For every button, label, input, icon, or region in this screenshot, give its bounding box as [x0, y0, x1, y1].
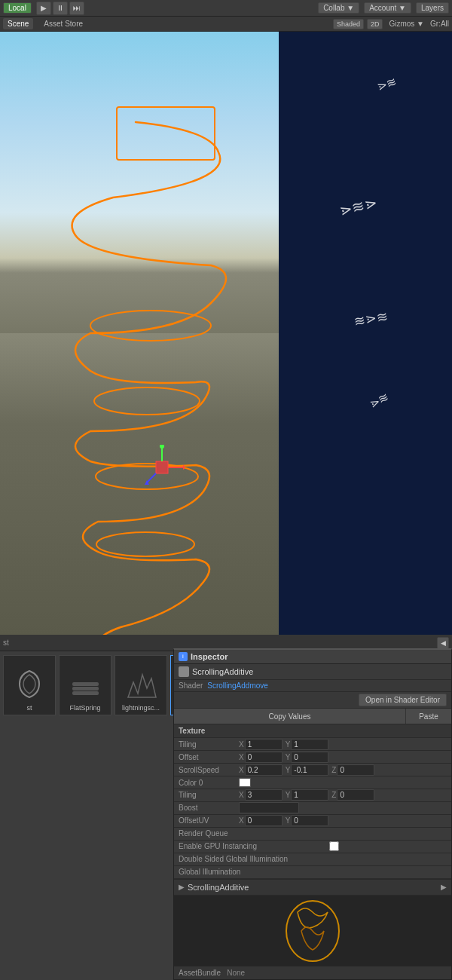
shader-value[interactable]: ScrollingAddmove	[207, 681, 268, 690]
scrolling-additive-section: ▶ ScrollingAdditive ▶	[174, 879, 451, 896]
asset-thumb-1[interactable]: FlatSpring	[59, 655, 111, 715]
asset-thumb-label-2: lightningsc...	[115, 704, 166, 712]
preview-area	[174, 896, 451, 966]
offset-uv-row: OffsetUV X Y	[174, 815, 451, 828]
bird-2: ⋗≋⋗	[337, 193, 379, 220]
asset-thumb-img-0	[11, 665, 48, 703]
2d-btn[interactable]: 2D	[367, 19, 383, 29]
scroll-y-pair: Y	[286, 764, 329, 776]
scene-tab[interactable]: Scene	[3, 18, 33, 29]
boost-input[interactable]	[239, 802, 299, 813]
inspector-header: i Inspector	[174, 650, 451, 664]
copy-paste-row: Copy Values Paste	[174, 709, 451, 724]
step-btn[interactable]: ⏭	[69, 2, 84, 15]
offset-values: X Y	[239, 752, 447, 763]
asset-thumb-img-1	[66, 665, 104, 703]
tiling-label: Tiling	[179, 740, 239, 749]
tiling-y-input[interactable]	[291, 739, 328, 750]
asset-scroll-btn[interactable]: ◀	[437, 637, 449, 649]
scroll-speed-values: X Y Z	[239, 764, 447, 776]
open-shader-btn[interactable]: Open in Shader Editor	[359, 694, 447, 706]
layers-btn[interactable]: Layers	[416, 2, 449, 14]
global-illum-label: Global Illumination	[179, 868, 329, 876]
paste-btn[interactable]: Paste	[406, 709, 451, 724]
scroll-z-pair: Z	[331, 764, 374, 776]
texture-section-header: Texture	[174, 724, 451, 738]
play-btn[interactable]: ▶	[36, 2, 51, 15]
offset-x-input[interactable]	[245, 752, 282, 763]
offset-uv-x-input[interactable]	[245, 815, 282, 826]
shaded-btn[interactable]: Shaded	[333, 19, 364, 29]
gpu-instancing-row: Enable GPU Instancing	[174, 841, 451, 853]
scene-viewport[interactable]: ⋗≋ ⋗≋⋗ ≋⋗≋ ⋗≋	[0, 32, 452, 635]
asset-label: st	[3, 639, 9, 647]
tiling-x-input[interactable]	[245, 739, 282, 750]
gpu-instancing-label: Enable GPU Instancing	[179, 842, 329, 850]
color0-tiling-z-input[interactable]	[337, 789, 374, 801]
transform-gizmo[interactable]	[139, 445, 185, 490]
gizmos-btn[interactable]: Gizmos ▼	[389, 20, 424, 28]
shader-label: Shader	[179, 681, 203, 690]
color0-tiling-y-input[interactable]	[291, 789, 328, 801]
tiling-values: X Y	[239, 739, 447, 750]
scroll-speed-row: ScrollSpeed X Y Z	[174, 764, 451, 776]
asset-bundle-row: AssetBundle None	[174, 966, 451, 979]
copy-values-btn[interactable]: Copy Values	[174, 709, 406, 724]
offset-y-input[interactable]	[291, 752, 328, 763]
open-shader-btn-row: Open in Shader Editor	[174, 692, 451, 709]
asset-thumb-2[interactable]: lightningsc...	[115, 655, 167, 715]
render-queue-row: Render Queue	[174, 828, 451, 841]
offset-uv-y-pair: Y	[286, 815, 329, 826]
asset-thumb-label-1: FlatSpring	[60, 704, 111, 712]
inspector-title: Inspector	[191, 652, 228, 661]
shader-row: Shader ScrollingAddmove	[174, 680, 451, 693]
play-icon-small[interactable]: ▶	[441, 883, 447, 891]
local-btn[interactable]: Local	[3, 2, 32, 14]
bird-3: ≋⋗≋	[353, 308, 389, 329]
color0-values	[239, 778, 447, 787]
color0-tiling-values: X Y Z	[239, 789, 447, 801]
inspector-obj-name: ScrollingAdditive	[192, 667, 253, 676]
pause-btn[interactable]: ⏸	[53, 2, 68, 15]
color0-swatch[interactable]	[239, 778, 251, 787]
svg-marker-2	[183, 465, 185, 470]
render-queue-label: Render Queue	[179, 829, 239, 838]
offset-uv-y-input[interactable]	[291, 815, 328, 826]
inspector-subheader: ScrollingAdditive	[174, 664, 451, 680]
bottom-section: st ◀ st FlatSpring	[0, 635, 452, 980]
color0-tiling-x-input[interactable]	[245, 789, 282, 801]
asset-thumb-0[interactable]: st	[3, 655, 56, 715]
tiling-y-pair: Y	[286, 739, 329, 750]
boost-row: Boost	[174, 802, 451, 815]
scroll-z-input[interactable]	[337, 764, 374, 776]
svg-line-5	[147, 473, 156, 482]
color0-label: Color 0	[179, 779, 239, 787]
inspector-icon: i	[179, 652, 188, 661]
svg-rect-0	[156, 461, 168, 473]
color0-tiling-label: Tiling	[179, 791, 239, 799]
gpu-instancing-checkbox[interactable]	[329, 841, 339, 851]
account-btn[interactable]: Account ▼	[364, 2, 411, 14]
expand-icon[interactable]: ▶	[179, 883, 185, 891]
offset-y-pair: Y	[286, 752, 329, 763]
double-sided-label: Double Sided Global Illumination	[179, 855, 329, 863]
scroll-x-input[interactable]	[245, 764, 282, 776]
scene-toolbar: Shaded 2D Gizmos ▼ Gr:All	[333, 19, 449, 29]
color0-tiling-z-pair: Z	[331, 789, 374, 801]
section-bottom-name: ScrollingAdditive	[188, 883, 441, 892]
inspector-obj-icon	[179, 666, 189, 677]
svg-rect-9	[72, 691, 99, 695]
offset-row: Offset X Y	[174, 751, 451, 764]
scroll-y-input[interactable]	[291, 764, 328, 776]
scene-sky	[0, 32, 279, 333]
asset-thumb-label-0: st	[4, 704, 55, 712]
collab-btn[interactable]: Collab ▼	[318, 2, 359, 14]
color0-tiling-x-pair: X	[239, 789, 282, 801]
tiling-row: Tiling X Y	[174, 738, 451, 751]
bird-4: ⋗≋	[367, 390, 391, 411]
preview-svg	[275, 897, 350, 965]
asset-store-tab[interactable]: Asset Store	[39, 18, 87, 29]
offset-label: Offset	[179, 753, 239, 761]
play-controls: ▶ ⏸ ⏭	[36, 2, 84, 15]
color0-tiling-row: Tiling X Y Z	[174, 789, 451, 802]
